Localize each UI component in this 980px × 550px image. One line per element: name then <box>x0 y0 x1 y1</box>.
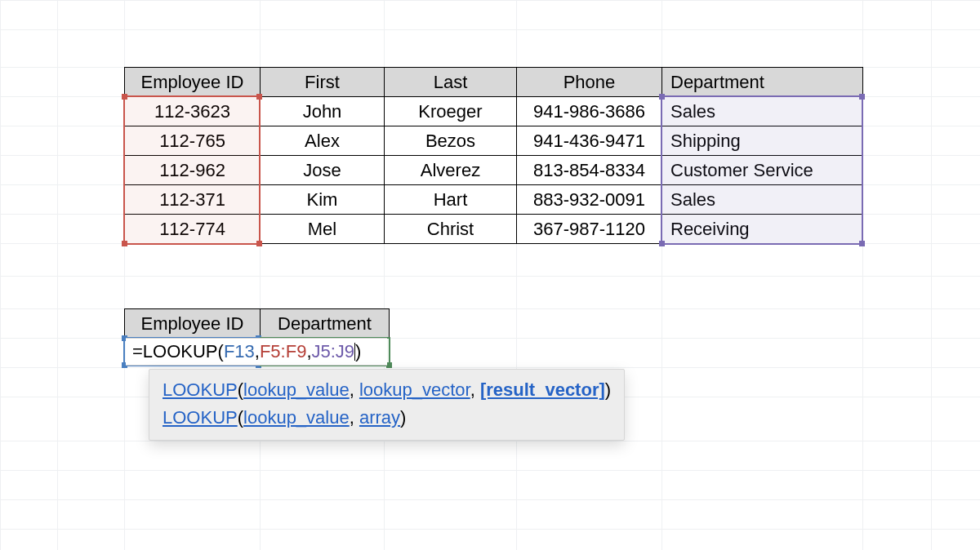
header-first[interactable]: First <box>261 68 385 97</box>
header-department[interactable]: Department <box>662 68 863 97</box>
cell-id[interactable]: 112-371 <box>125 185 261 215</box>
cell-phone[interactable]: 367-987-1120 <box>517 215 662 244</box>
formula-arg1: F13 <box>224 341 255 361</box>
cell-id[interactable]: 112-765 <box>125 126 261 156</box>
header-phone[interactable]: Phone <box>517 68 662 97</box>
table-row[interactable]: 112-774 Mel Christ 367-987-1120 Receivin… <box>125 215 863 244</box>
cell-id[interactable]: 112-962 <box>125 156 261 185</box>
tooltip-arg[interactable]: lookup_value <box>243 407 350 428</box>
formula-tooltip: LOOKUP(lookup_value, lookup_vector, [res… <box>149 369 625 441</box>
cell-dept[interactable]: Shipping <box>662 126 863 156</box>
cell-id[interactable]: 112-774 <box>125 215 261 244</box>
table-row[interactable]: 112-765 Alex Bezos 941-436-9471 Shipping <box>125 126 863 156</box>
cell-dept[interactable]: Sales <box>662 97 863 126</box>
cell-last[interactable]: Christ <box>385 215 517 244</box>
cell-phone[interactable]: 941-986-3686 <box>517 97 662 126</box>
lookup-header-dept[interactable]: Department <box>261 309 390 339</box>
cell-phone[interactable]: 883-932-0091 <box>517 185 662 215</box>
cell-last[interactable]: Hart <box>385 185 517 215</box>
tooltip-fn[interactable]: LOOKUP <box>163 379 238 400</box>
cell-first[interactable]: Mel <box>261 215 385 244</box>
spreadsheet-viewport[interactable]: Employee ID First Last Phone Department … <box>0 0 980 550</box>
cell-phone[interactable]: 941-436-9471 <box>517 126 662 156</box>
cell-first[interactable]: Jose <box>261 156 385 185</box>
cell-dept[interactable]: Sales <box>662 185 863 215</box>
tooltip-arg-current[interactable]: [result_vector] <box>480 379 605 400</box>
tooltip-arg[interactable]: lookup_value <box>243 379 350 400</box>
tooltip-line-2: LOOKUP(lookup_value, array) <box>163 404 611 432</box>
table-row[interactable]: 112-962 Jose Alverez 813-854-8334 Custom… <box>125 156 863 185</box>
cell-first[interactable]: Kim <box>261 185 385 215</box>
cell-last[interactable]: Kroeger <box>385 97 517 126</box>
cell-dept[interactable]: Receiving <box>662 215 863 244</box>
formula-cell[interactable]: =LOOKUP(F13,F5:F9,J5:J9) <box>126 338 387 366</box>
table-row[interactable]: 112-371 Kim Hart 883-932-0091 Sales <box>125 185 863 215</box>
header-employee-id[interactable]: Employee ID <box>125 68 261 97</box>
cell-first[interactable]: John <box>261 97 385 126</box>
cell-id[interactable]: 112-3623 <box>125 97 261 126</box>
lookup-header-id[interactable]: Employee ID <box>125 309 261 339</box>
table-row[interactable]: 112-3623 John Kroeger 941-986-3686 Sales <box>125 97 863 126</box>
lookup-table[interactable]: Employee ID Department <box>124 308 390 339</box>
cell-last[interactable]: Alverez <box>385 156 517 185</box>
header-last[interactable]: Last <box>385 68 517 97</box>
formula-prefix: =LOOKUP( <box>132 341 224 361</box>
employee-table[interactable]: Employee ID First Last Phone Department … <box>124 67 863 244</box>
cell-last[interactable]: Bezos <box>385 126 517 156</box>
cell-dept[interactable]: Customer Service <box>662 156 863 185</box>
tooltip-line-1: LOOKUP(lookup_value, lookup_vector, [res… <box>163 376 611 404</box>
tooltip-arg[interactable]: array <box>359 407 400 428</box>
tooltip-arg[interactable]: lookup_vector <box>359 379 470 400</box>
table-header-row: Employee ID First Last Phone Department <box>125 68 863 97</box>
tooltip-fn[interactable]: LOOKUP <box>163 407 238 428</box>
cell-phone[interactable]: 813-854-8334 <box>517 156 662 185</box>
cell-first[interactable]: Alex <box>261 126 385 156</box>
formula-arg3: J5:J9 <box>312 341 355 361</box>
formula-close: ) <box>355 341 361 361</box>
formula-arg2: F5:F9 <box>260 341 306 361</box>
